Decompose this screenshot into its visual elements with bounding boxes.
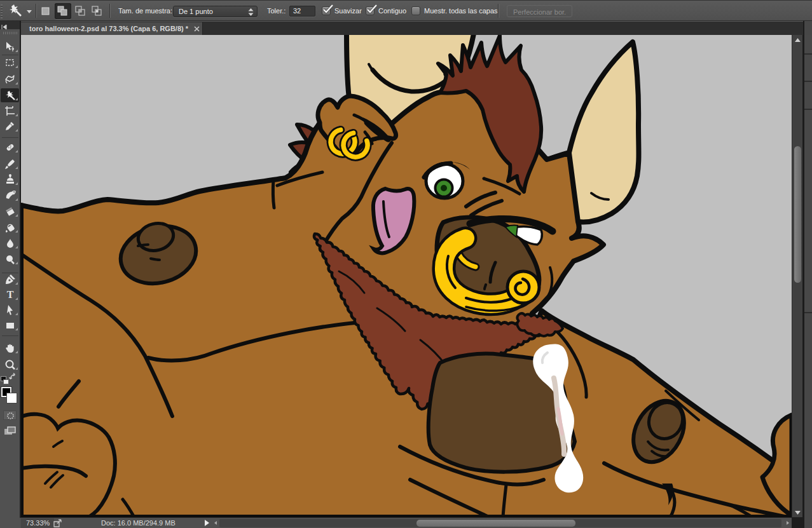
svg-text:T: T: [7, 289, 14, 300]
